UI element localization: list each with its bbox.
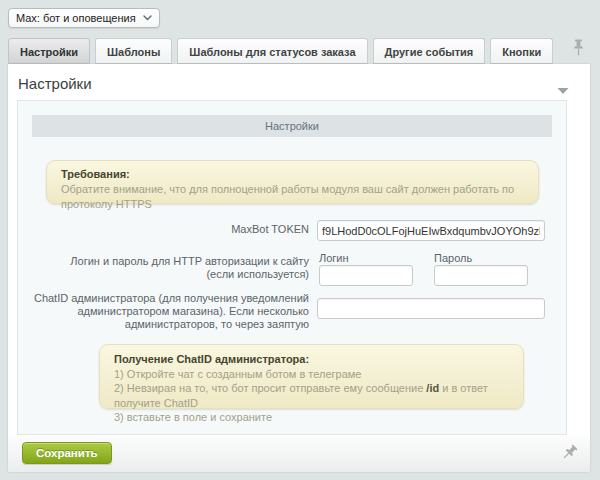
tab-bar: Настройки Шаблоны Шаблоны для статусов з… — [8, 38, 553, 64]
form-section-header: Настройки — [32, 115, 552, 137]
chevron-down-icon — [143, 15, 152, 21]
tab-settings[interactable]: Настройки — [8, 38, 90, 64]
chatid-help-step1: 1) Откройте чат с созданным ботом в теле… — [114, 367, 509, 382]
tab-buttons[interactable]: Кнопки — [490, 38, 553, 64]
chatid-help-title: Получение ChatID администратора: — [114, 352, 509, 367]
collapse-arrow-icon[interactable] — [557, 81, 569, 99]
password-label: Пароль — [434, 252, 472, 264]
pin-icon-tilted[interactable] — [563, 444, 576, 465]
http-auth-field-label: Логин и пароль для HTTP авторизации к са… — [41, 255, 309, 281]
settings-form-section: Настройки Требования: Обратите внимание,… — [17, 100, 567, 435]
requirements-text: Обратите внимание, что для полноценной р… — [61, 182, 524, 212]
tab-order-status-templates[interactable]: Шаблоны для статусов заказа — [177, 38, 367, 64]
settings-panel: Настройки Настройки Требования: Обратите… — [8, 64, 590, 472]
chatid-help-notice: Получение ChatID администратора: 1) Откр… — [99, 344, 524, 409]
page-title: Настройки — [18, 75, 92, 92]
chatid-input[interactable] — [317, 298, 545, 319]
login-label: Логин — [319, 252, 349, 264]
tab-other-events[interactable]: Другие события — [373, 38, 486, 64]
token-field-label: MaxBot TOKEN — [41, 223, 309, 236]
requirements-title: Требования: — [61, 167, 524, 182]
form-footer: Сохранить — [8, 435, 590, 472]
requirements-notice: Требования: Обратите внимание, что для п… — [46, 160, 539, 204]
module-select-value: Max: бот и оповещения — [16, 12, 136, 24]
chatid-help-step3: 3) вставьте в поле и сохраните — [114, 410, 509, 425]
chatid-help-step2: 2) Невзирая на то, что бот просит отправ… — [114, 381, 509, 410]
module-select[interactable]: Max: бот и оповещения — [8, 8, 160, 28]
save-button[interactable]: Сохранить — [22, 442, 112, 464]
tab-templates[interactable]: Шаблоны — [95, 38, 172, 64]
pin-icon[interactable] — [572, 39, 585, 60]
login-input[interactable] — [319, 265, 413, 286]
token-input[interactable] — [317, 220, 545, 241]
chatid-field-label: ChatID администратора (для получения уве… — [29, 292, 309, 331]
page: Max: бот и оповещения Настройки Шаблоны … — [0, 0, 600, 480]
password-input[interactable] — [434, 265, 528, 286]
